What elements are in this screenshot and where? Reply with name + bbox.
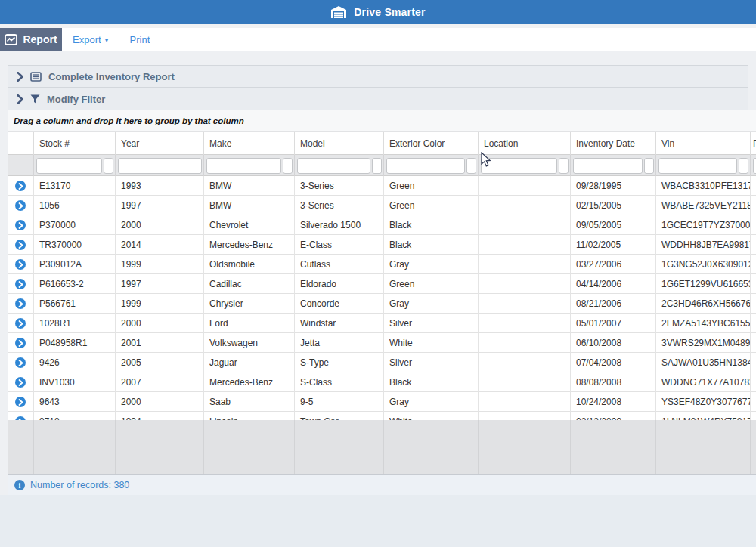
cell-model: 3-Series	[295, 196, 384, 215]
cell-exterior_color: Black	[384, 215, 479, 235]
expand-row-button[interactable]	[15, 377, 26, 388]
filter-operator-button-exterior_color[interactable]	[466, 158, 476, 174]
column-header-stock[interactable]: Stock #	[34, 132, 116, 155]
panel-report-label: Complete Inventory Report	[48, 71, 175, 82]
cell-inventory_date: 02/15/2005	[571, 196, 656, 215]
expand-row-button[interactable]	[15, 318, 26, 329]
table-row[interactable]: TR3700002014Mercedes-BenzE-ClassBlack11/…	[8, 235, 756, 255]
cell-inventory_date: 11/02/2005	[571, 235, 656, 255]
export-menu-button[interactable]: Export ▾	[62, 28, 119, 51]
info-icon: i	[14, 480, 25, 490]
table-row[interactable]: E131701993BMW3-SeriesGreen09/28/1995WBAC…	[8, 176, 756, 196]
filter-input-stock[interactable]	[36, 158, 102, 174]
cell-inventory_date: 08/21/2006	[571, 294, 656, 314]
column-header-vin[interactable]: Vin	[656, 132, 751, 155]
cell-location	[479, 255, 571, 274]
filter-input-exterior_color[interactable]	[386, 158, 465, 174]
table-row[interactable]: 94262005JaguarS-TypeSilver07/04/2008SAJW…	[8, 353, 756, 372]
filter-funnel-icon	[30, 94, 40, 104]
cell-inventory_date: 09/28/1995	[571, 176, 656, 196]
panel-complete-inventory-report[interactable]: Complete Inventory Report	[8, 65, 748, 88]
cell-inventory_date: 04/14/2006	[571, 274, 656, 294]
cell-make: Mercedes-Benz	[204, 235, 295, 255]
print-label: Print	[130, 34, 150, 45]
cell-year: 1993	[116, 176, 204, 196]
table-row[interactable]: P3700002000ChevroletSilverado 1500Black0…	[8, 215, 756, 235]
filter-operator-button-location[interactable]	[559, 158, 569, 174]
filter-cell-vin	[656, 155, 751, 176]
cell-partial	[751, 176, 756, 196]
table-row[interactable]: 10561997BMW3-SeriesGreen02/15/2005WBABE7…	[8, 196, 756, 215]
column-header-inventory_date[interactable]: Inventory Date	[571, 132, 656, 155]
tab-report-label: Report	[23, 33, 57, 45]
column-header-year[interactable]: Year	[116, 132, 204, 155]
cell-stock: TR370000	[34, 235, 116, 255]
cell-inventory_date: 05/01/2007	[571, 314, 656, 333]
column-header-make[interactable]: Make	[204, 132, 295, 155]
table-row[interactable]: 97181994LincolnTown CarWhite02/12/20091L…	[8, 412, 756, 420]
filter-input-inventory_date[interactable]	[573, 158, 643, 174]
cell-stock: INV1030	[34, 372, 116, 392]
expand-row-button[interactable]	[15, 181, 26, 191]
expand-row-button[interactable]	[15, 220, 26, 230]
filter-cell-inventory_date	[571, 155, 656, 176]
expand-cell	[8, 353, 34, 372]
table-row[interactable]: P616653-21997CadillacEldoradoGreen04/14/…	[8, 274, 756, 294]
filter-input-vin[interactable]	[658, 158, 737, 174]
filter-input-model[interactable]	[297, 158, 370, 174]
filter-operator-button-stock[interactable]	[104, 158, 113, 174]
cell-model: S-Class	[295, 372, 384, 392]
column-header-location[interactable]: Location	[479, 132, 571, 155]
filter-operator-button-inventory_date[interactable]	[644, 158, 654, 174]
cell-location	[479, 353, 571, 372]
expand-row-button[interactable]	[15, 200, 26, 211]
cell-inventory_date: 07/04/2008	[571, 353, 656, 372]
cell-year: 1997	[116, 196, 204, 215]
cell-partial	[751, 392, 756, 412]
column-header-exterior_color[interactable]: Exterior Color	[384, 132, 479, 155]
filter-input-make[interactable]	[206, 158, 281, 174]
filter-cell-location	[479, 155, 571, 176]
filter-operator-button-vin[interactable]	[739, 158, 748, 174]
expand-row-button[interactable]	[15, 298, 26, 309]
print-button[interactable]: Print	[119, 28, 161, 51]
cell-make: Lincoln	[204, 412, 295, 420]
cell-vin: 3VWRS29MX1M048958	[656, 333, 751, 353]
filter-cell-year	[116, 155, 204, 176]
expand-row-button[interactable]	[15, 338, 26, 348]
cell-partial	[751, 255, 756, 274]
column-header-partial[interactable]: P	[751, 132, 756, 155]
filter-operator-button-model[interactable]	[372, 158, 382, 174]
status-bar: i Number of records: 380	[8, 474, 756, 495]
expand-row-button[interactable]	[15, 397, 26, 407]
cell-make: Ford	[204, 314, 295, 333]
expand-row-button[interactable]	[15, 240, 26, 250]
expand-row-button[interactable]	[15, 357, 26, 368]
table-row[interactable]: 96432000Saab9-5Gray10/24/2008YS3EF48Z0Y3…	[8, 392, 756, 412]
tab-report[interactable]: Report	[0, 28, 62, 51]
expand-row-button[interactable]	[15, 259, 26, 270]
cell-location	[479, 333, 571, 353]
table-row[interactable]: P5667611999ChryslerConcordeGray08/21/200…	[8, 294, 756, 314]
table-row[interactable]: P048958R12001VolkswagenJettaWhite06/10/2…	[8, 333, 756, 353]
cell-exterior_color: Green	[384, 196, 479, 215]
table-row[interactable]: INV10302007Mercedes-BenzS-ClassBlack08/0…	[8, 372, 756, 392]
expand-cell	[8, 333, 34, 353]
filter-input-year[interactable]	[118, 158, 202, 174]
filter-input-location[interactable]	[481, 158, 557, 174]
column-header-model[interactable]: Model	[295, 132, 384, 155]
cell-model: 9-5	[295, 392, 384, 412]
cell-exterior_color: Silver	[384, 314, 479, 333]
expand-row-button[interactable]	[15, 279, 26, 289]
cell-make: Mercedes-Benz	[204, 372, 295, 392]
filter-operator-button-make[interactable]	[283, 158, 293, 174]
table-row[interactable]: 1028R12000FordWindstarSilver05/01/20072F…	[8, 314, 756, 333]
empty-column-model	[295, 420, 384, 474]
cell-inventory_date: 03/27/2006	[571, 255, 656, 274]
table-row[interactable]: P309012A1999OldsmobileCutlassGray03/27/2…	[8, 255, 756, 274]
panel-modify-filter[interactable]: Modify Filter	[8, 88, 748, 110]
filter-input-partial[interactable]	[753, 158, 756, 174]
group-by-dropzone[interactable]: Drag a column and drop it here to group …	[8, 110, 756, 132]
cell-make: Chrysler	[204, 294, 295, 314]
cell-make: Saab	[204, 392, 295, 412]
